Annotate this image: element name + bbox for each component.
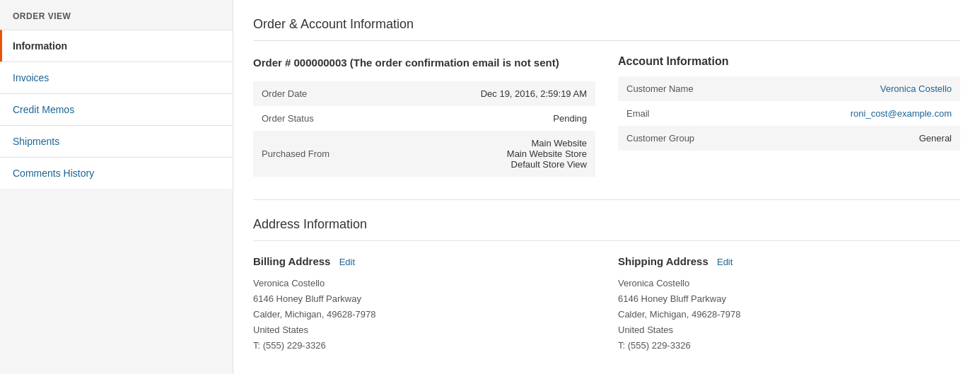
shipping-line-5: T: (555) 229-3326 [618, 340, 691, 351]
sidebar-nav: Information Invoices Credit Memos Shipme… [0, 30, 233, 189]
order-status-label: Order Status [253, 106, 392, 131]
billing-line-3: Calder, Michigan, 49628-7978 [253, 309, 375, 320]
sidebar-title: ORDER VIEW [0, 0, 233, 30]
email-link[interactable]: roni_cost@example.com [851, 108, 952, 119]
customer-group-label: Customer Group [618, 126, 761, 151]
address-columns: Billing Address Edit Veronica Costello 6… [253, 255, 960, 353]
order-date-value: Dec 19, 2016, 2:59:19 AM [392, 81, 595, 106]
order-account-columns: Order # 000000003 (The order confirmatio… [253, 55, 960, 177]
sidebar-item-information[interactable]: Information [0, 30, 233, 62]
address-section: Address Information Billing Address Edit… [253, 199, 960, 353]
sidebar-link-credit-memos[interactable]: Credit Memos [0, 93, 233, 125]
billing-address-label: Billing Address [253, 255, 330, 267]
shipping-address-column: Shipping Address Edit Veronica Costello … [618, 255, 960, 353]
purchased-from-label: Purchased From [253, 131, 392, 177]
sidebar-link-shipments[interactable]: Shipments [0, 125, 233, 157]
shipping-edit-link[interactable]: Edit [717, 257, 733, 267]
account-info-title: Account Information [618, 55, 960, 68]
order-date-row: Order Date Dec 19, 2016, 2:59:19 AM [253, 81, 595, 106]
sidebar-item-invoices[interactable]: Invoices [0, 62, 233, 93]
shipping-address-text: Veronica Costello 6146 Honey Bluff Parkw… [618, 276, 960, 353]
account-info-column: Account Information Customer Name Veroni… [618, 55, 960, 177]
sidebar-link-information[interactable]: Information [0, 30, 233, 62]
address-section-title: Address Information [253, 217, 960, 241]
purchased-from-row: Purchased From Main Website Main Website… [253, 131, 595, 177]
sidebar-link-comments-history[interactable]: Comments History [0, 157, 233, 189]
shipping-address-label: Shipping Address [618, 255, 708, 267]
billing-line-4: United States [253, 325, 308, 335]
page-title: Order & Account Information [253, 17, 960, 41]
email-row: Email roni_cost@example.com [618, 101, 960, 126]
sidebar: ORDER VIEW Information Invoices Credit M… [0, 0, 233, 374]
order-heading: Order # 000000003 (The order confirmatio… [253, 55, 595, 70]
shipping-address-heading: Shipping Address Edit [618, 255, 960, 267]
billing-address-column: Billing Address Edit Veronica Costello 6… [253, 255, 595, 353]
billing-line-5: T: (555) 229-3326 [253, 340, 326, 351]
sidebar-link-invoices[interactable]: Invoices [0, 62, 233, 93]
order-status-row: Order Status Pending [253, 106, 595, 131]
order-status-value: Pending [392, 106, 595, 131]
sidebar-item-comments-history[interactable]: Comments History [0, 157, 233, 189]
shipping-line-1: Veronica Costello [618, 278, 689, 288]
sidebar-item-shipments[interactable]: Shipments [0, 125, 233, 157]
billing-line-1: Veronica Costello [253, 278, 325, 288]
billing-address-text: Veronica Costello 6146 Honey Bluff Parkw… [253, 276, 595, 353]
billing-line-2: 6146 Honey Bluff Parkway [253, 293, 361, 304]
account-info-table: Customer Name Veronica Costello Email ro… [618, 76, 960, 151]
customer-group-value: General [761, 126, 960, 151]
shipping-line-4: United States [618, 325, 673, 335]
billing-address-heading: Billing Address Edit [253, 255, 595, 267]
shipping-line-2: 6146 Honey Bluff Parkway [618, 293, 726, 304]
email-value: roni_cost@example.com [761, 101, 960, 126]
customer-name-label: Customer Name [618, 76, 761, 101]
order-info-column: Order # 000000003 (The order confirmatio… [253, 55, 595, 177]
customer-name-link[interactable]: Veronica Costello [880, 83, 952, 94]
customer-name-value: Veronica Costello [761, 76, 960, 101]
main-content: Order & Account Information Order # 0000… [233, 0, 980, 374]
shipping-line-3: Calder, Michigan, 49628-7978 [618, 309, 740, 320]
billing-edit-link[interactable]: Edit [339, 257, 355, 267]
order-date-label: Order Date [253, 81, 392, 106]
customer-group-row: Customer Group General [618, 126, 960, 151]
customer-name-row: Customer Name Veronica Costello [618, 76, 960, 101]
sidebar-item-credit-memos[interactable]: Credit Memos [0, 93, 233, 125]
order-info-table: Order Date Dec 19, 2016, 2:59:19 AM Orde… [253, 81, 595, 177]
purchased-from-value: Main Website Main Website Store Default … [392, 131, 595, 177]
email-label: Email [618, 101, 761, 126]
